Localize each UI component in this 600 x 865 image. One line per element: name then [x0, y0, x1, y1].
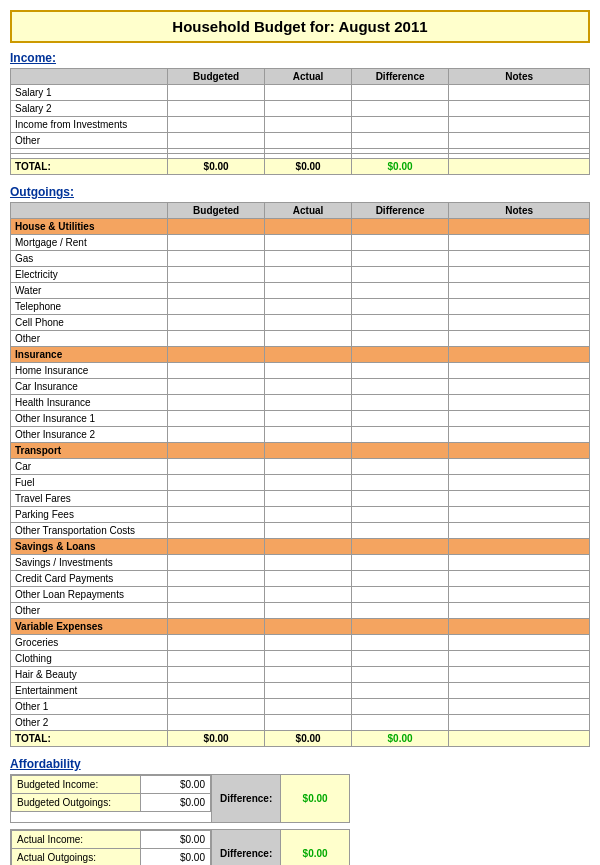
- actual-difference-val: $0.00: [281, 830, 349, 865]
- outgoings-row-notes: [449, 683, 590, 699]
- income-total-label: TOTAL:: [11, 159, 168, 175]
- outgoings-category-actual: [265, 539, 352, 555]
- outgoings-row: Other Transportation Costs: [11, 523, 590, 539]
- outgoings-total-label: TOTAL:: [11, 731, 168, 747]
- outgoings-row-label: Gas: [11, 251, 168, 267]
- outgoings-row-notes: [449, 299, 590, 315]
- income-col-difference: Difference: [351, 69, 448, 85]
- outgoings-row-actual: [265, 459, 352, 475]
- outgoings-row-label: Credit Card Payments: [11, 571, 168, 587]
- outgoings-row-notes: [449, 363, 590, 379]
- outgoings-row-notes: [449, 651, 590, 667]
- income-row: Income from Investments: [11, 117, 590, 133]
- income-row: Other: [11, 133, 590, 149]
- outgoings-row-actual: [265, 587, 352, 603]
- outgoings-category-notes: [449, 443, 590, 459]
- outgoings-category-budgeted: [167, 347, 264, 363]
- outgoings-row-label: Other Insurance 2: [11, 427, 168, 443]
- outgoings-total-row: TOTAL: $0.00 $0.00 $0.00: [11, 731, 590, 747]
- outgoings-row-label: Other: [11, 603, 168, 619]
- outgoings-row-difference: [351, 299, 448, 315]
- outgoings-category-budgeted: [167, 539, 264, 555]
- outgoings-row: Clothing: [11, 651, 590, 667]
- outgoings-row-budgeted: [167, 635, 264, 651]
- outgoings-row-difference: [351, 699, 448, 715]
- outgoings-row: Electricity: [11, 267, 590, 283]
- outgoings-row-difference: [351, 395, 448, 411]
- income-section-label: Income:: [10, 51, 590, 65]
- outgoings-row-budgeted: [167, 411, 264, 427]
- title-month: August 2011: [335, 18, 428, 35]
- outgoings-category-difference: [351, 347, 448, 363]
- outgoings-row-difference: [351, 283, 448, 299]
- income-row-difference: [351, 101, 448, 117]
- outgoings-row-budgeted: [167, 667, 264, 683]
- outgoings-row: Telephone: [11, 299, 590, 315]
- income-total-row: TOTAL: $0.00 $0.00 $0.00: [11, 159, 590, 175]
- outgoings-row-difference: [351, 251, 448, 267]
- budgeted-left-table: Budgeted Income: $0.00 Budgeted Outgoing…: [11, 775, 211, 812]
- outgoings-row-notes: [449, 315, 590, 331]
- outgoings-row-label: Other Transportation Costs: [11, 523, 168, 539]
- outgoings-total-budgeted: $0.00: [167, 731, 264, 747]
- outgoings-row-actual: [265, 331, 352, 347]
- outgoings-row-budgeted: [167, 251, 264, 267]
- outgoings-row-budgeted: [167, 427, 264, 443]
- affordability-section-label: Affordability: [10, 757, 590, 771]
- outgoings-row-notes: [449, 587, 590, 603]
- outgoings-category-actual: [265, 347, 352, 363]
- outgoings-row-label: Other: [11, 331, 168, 347]
- outgoings-row-budgeted: [167, 683, 264, 699]
- outgoings-row-notes: [449, 251, 590, 267]
- outgoings-row-notes: [449, 507, 590, 523]
- income-row-budgeted: [167, 85, 264, 101]
- outgoings-row: Other 2: [11, 715, 590, 731]
- outgoings-row-actual: [265, 555, 352, 571]
- outgoings-row-budgeted: [167, 379, 264, 395]
- outgoings-category-label: House & Utilities: [11, 219, 168, 235]
- outgoings-row-actual: [265, 603, 352, 619]
- budgeted-income-label: Budgeted Income:: [12, 776, 141, 794]
- outgoings-row-difference: [351, 715, 448, 731]
- outgoings-row-notes: [449, 555, 590, 571]
- outgoings-row-actual: [265, 699, 352, 715]
- outgoings-row-notes: [449, 395, 590, 411]
- outgoings-row: Other Insurance 2: [11, 427, 590, 443]
- outgoings-row-difference: [351, 379, 448, 395]
- income-row-label: Income from Investments: [11, 117, 168, 133]
- outgoings-row-label: Car Insurance: [11, 379, 168, 395]
- outgoings-row-actual: [265, 683, 352, 699]
- outgoings-row-label: Electricity: [11, 267, 168, 283]
- outgoings-category-budgeted: [167, 619, 264, 635]
- income-row-notes: [449, 117, 590, 133]
- outgoings-row-label: Savings / Investments: [11, 555, 168, 571]
- actual-income-val: $0.00: [141, 831, 211, 849]
- outgoings-row-difference: [351, 491, 448, 507]
- outgoings-row-label: Other Insurance 1: [11, 411, 168, 427]
- outgoings-row-notes: [449, 427, 590, 443]
- outgoings-row-actual: [265, 491, 352, 507]
- outgoings-row-budgeted: [167, 459, 264, 475]
- income-row-budgeted: [167, 117, 264, 133]
- outgoings-category-label: Savings & Loans: [11, 539, 168, 555]
- outgoings-row-actual: [265, 571, 352, 587]
- income-row-notes: [449, 101, 590, 117]
- outgoings-row-budgeted: [167, 315, 264, 331]
- outgoings-row-label: Mortgage / Rent: [11, 235, 168, 251]
- actual-outgoings-val: $0.00: [141, 849, 211, 866]
- income-row-actual: [265, 101, 352, 117]
- outgoings-row-notes: [449, 411, 590, 427]
- income-row-label: Salary 1: [11, 85, 168, 101]
- outgoings-row-budgeted: [167, 523, 264, 539]
- outgoings-row: Other Loan Repayments: [11, 587, 590, 603]
- outgoings-category-actual: [265, 619, 352, 635]
- income-row-difference: [351, 133, 448, 149]
- outgoings-row-notes: [449, 235, 590, 251]
- income-row-actual: [265, 133, 352, 149]
- income-row-budgeted: [167, 133, 264, 149]
- outgoings-row-budgeted: [167, 331, 264, 347]
- actual-outgoings-label: Actual Outgoings:: [12, 849, 141, 866]
- outgoings-row: Hair & Beauty: [11, 667, 590, 683]
- outgoings-category-difference: [351, 219, 448, 235]
- budgeted-outgoings-label: Budgeted Outgoings:: [12, 794, 141, 812]
